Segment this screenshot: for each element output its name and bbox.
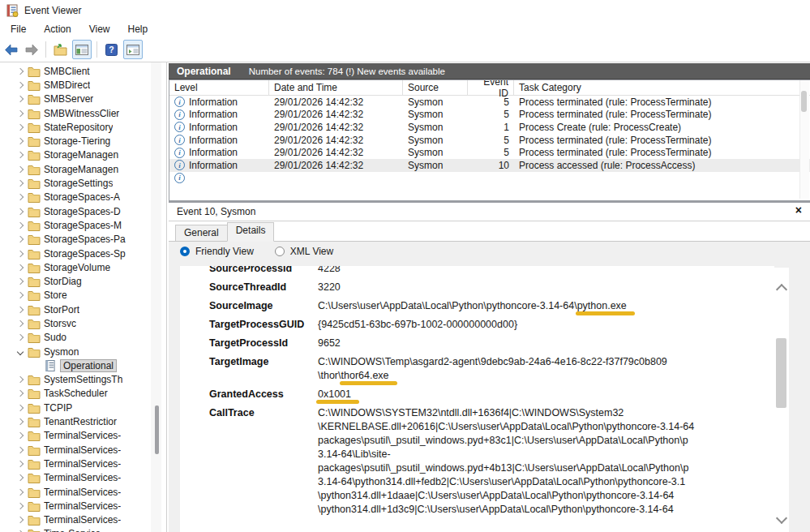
sidebar-item-storagespaces-sp[interactable]: StorageSpaces-Sp <box>0 247 166 260</box>
chevron-right-icon[interactable] <box>15 69 26 74</box>
sidebar-item-smbwitnessclier[interactable]: SMBWitnessClier <box>0 106 166 120</box>
show-console-tree-icon[interactable] <box>72 40 92 59</box>
sidebar-item-terminalservices-[interactable]: TerminalServices- <box>0 429 166 443</box>
sidebar-item-terminalservices-[interactable]: TerminalServices- <box>0 457 166 470</box>
chevron-right-icon[interactable] <box>15 237 26 242</box>
sidebar-item-storage-tiering[interactable]: Storage-Tiering <box>0 134 166 148</box>
chevron-right-icon[interactable] <box>15 223 26 228</box>
sidebar-item-storport[interactable]: StorPort <box>0 302 166 316</box>
chevron-right-icon[interactable] <box>15 111 26 116</box>
sidebar-scrollbar[interactable] <box>151 62 161 532</box>
event-row[interactable]: iInformation29/01/2026 14:42:32Sysmon10P… <box>169 159 810 172</box>
sidebar-item-tcpip[interactable]: TCPIP <box>0 401 166 414</box>
chevron-right-icon[interactable] <box>15 265 26 270</box>
chevron-right-icon[interactable] <box>15 517 26 522</box>
sidebar-item-staterepository[interactable]: StateRepository <box>0 120 166 134</box>
sidebar-item-storagespaces-pa[interactable]: StorageSpaces-Pa <box>0 233 166 247</box>
sidebar-item-sudo[interactable]: Sudo <box>0 331 166 345</box>
sidebar-item-smbdirect[interactable]: SMBDirect <box>0 78 166 92</box>
chevron-right-icon[interactable] <box>15 391 26 396</box>
sidebar-item-terminalservices-[interactable]: TerminalServices- <box>0 485 166 499</box>
sidebar-item-tenantrestrictior[interactable]: TenantRestrictior <box>0 414 166 428</box>
sidebar-item-smbserver[interactable]: SMBServer <box>0 92 166 106</box>
chevron-right-icon[interactable] <box>15 139 26 144</box>
chevron-right-icon[interactable] <box>15 152 26 157</box>
chevron-right-icon[interactable] <box>15 279 26 284</box>
information-icon: i <box>174 148 185 158</box>
chevron-right-icon[interactable] <box>15 321 26 326</box>
sidebar-item-store[interactable]: Store <box>0 289 166 302</box>
sidebar-item-sysmon[interactable]: Sysmon <box>0 345 166 358</box>
yellow-highlight-annotation: thor64.exe <box>341 370 389 381</box>
column-header-category[interactable]: Task Category <box>514 80 810 95</box>
sidebar-item-operational[interactable]: Operational <box>0 358 166 372</box>
sidebar-item-terminalservices-[interactable]: TerminalServices- <box>0 499 166 513</box>
event-row[interactable]: iInformation29/01/2026 14:42:32Sysmon1Pr… <box>169 121 810 134</box>
field-name: CallTrace <box>209 406 318 517</box>
sidebar-item-taskscheduler[interactable]: TaskScheduler <box>0 387 166 401</box>
chevron-down-icon[interactable] <box>15 350 26 354</box>
column-header-datetime[interactable]: Date and Time <box>269 80 403 95</box>
open-saved-log-icon[interactable] <box>51 41 69 58</box>
menu-view[interactable]: View <box>80 22 119 36</box>
sidebar-item-systemsettingsth[interactable]: SystemSettingsTh <box>0 373 166 387</box>
event-row[interactable]: iInformation29/01/2026 14:42:32Sysmon5Pr… <box>169 96 810 109</box>
chevron-right-icon[interactable] <box>15 293 26 298</box>
menu-file[interactable]: File <box>2 22 35 36</box>
chevron-right-icon[interactable] <box>15 490 26 495</box>
chevron-right-icon[interactable] <box>15 419 26 424</box>
close-icon[interactable]: × <box>795 204 802 217</box>
sidebar-scrollbar-thumb[interactable] <box>155 405 159 454</box>
sidebar-item-stordiag[interactable]: StorDiag <box>0 274 166 288</box>
sidebar-item-storagespaces-a[interactable]: StorageSpaces-A <box>0 191 166 204</box>
chevron-right-icon[interactable] <box>15 504 26 508</box>
chevron-right-icon[interactable] <box>15 83 26 88</box>
details-scrollbar-thumb[interactable] <box>776 338 786 408</box>
sidebar-item-smbclient[interactable]: SMBClient <box>0 64 166 78</box>
forward-arrow-icon[interactable] <box>23 41 41 58</box>
sidebar-item-time-service[interactable]: Time-Service <box>0 527 166 532</box>
chevron-right-icon[interactable] <box>15 448 26 453</box>
chevron-right-icon[interactable] <box>15 181 26 186</box>
sidebar-item-terminalservices-[interactable]: TerminalServices- <box>0 443 166 457</box>
chevron-right-icon[interactable] <box>15 377 26 382</box>
friendly-view-radio[interactable]: Friendly View <box>180 246 254 257</box>
chevron-right-icon[interactable] <box>15 97 26 101</box>
sidebar-item-storagevolume[interactable]: StorageVolume <box>0 260 166 274</box>
show-action-pane-icon[interactable] <box>123 40 143 59</box>
column-header-eventid[interactable]: Event ID <box>468 80 514 95</box>
chevron-right-icon[interactable] <box>15 475 26 480</box>
chevron-right-icon[interactable] <box>15 461 26 466</box>
sidebar-item-storagespaces-m[interactable]: StorageSpaces-M <box>0 218 166 232</box>
chevron-right-icon[interactable] <box>15 251 26 256</box>
sidebar-item-storagespaces-d[interactable]: StorageSpaces-D <box>0 204 166 218</box>
event-row[interactable]: iInformation29/01/2026 14:42:32Sysmon5Pr… <box>169 109 810 122</box>
menu-action[interactable]: Action <box>35 22 79 36</box>
event-row[interactable]: iInformation29/01/2026 14:42:32Sysmon5Pr… <box>169 134 810 147</box>
tab-general[interactable]: General <box>175 225 228 242</box>
column-header-source[interactable]: Source <box>403 80 468 95</box>
column-header-level[interactable]: Level <box>169 80 269 95</box>
tab-details[interactable]: Details <box>227 222 275 242</box>
chevron-right-icon[interactable] <box>15 307 26 312</box>
sidebar-item-storagemanagen[interactable]: StorageManagen <box>0 148 166 162</box>
chevron-right-icon[interactable] <box>15 433 26 438</box>
sidebar-item-terminalservices-[interactable]: TerminalServices- <box>0 513 166 527</box>
back-arrow-icon[interactable] <box>2 41 19 58</box>
sidebar-item-terminalservices-[interactable]: TerminalServices- <box>0 471 166 485</box>
event-list-scrollbar-thumb[interactable] <box>801 91 807 112</box>
chevron-right-icon[interactable] <box>15 125 26 130</box>
chevron-right-icon[interactable] <box>15 167 26 172</box>
sidebar-item-storagemanagen[interactable]: StorageManagen <box>0 162 166 176</box>
xml-view-radio[interactable]: XML View <box>275 246 333 257</box>
event-row[interactable]: iInformation29/01/2026 14:42:32Sysmon5Pr… <box>169 146 810 159</box>
sidebar-item-storagesettings[interactable]: StorageSettings <box>0 176 166 190</box>
chevron-right-icon[interactable] <box>15 209 26 214</box>
chevron-right-icon[interactable] <box>15 335 26 340</box>
sidebar-item-storsvc[interactable]: Storsvc <box>0 316 166 330</box>
chevron-right-icon[interactable] <box>15 405 26 410</box>
chevron-right-icon[interactable] <box>15 195 26 200</box>
event-row[interactable]: i <box>169 172 810 185</box>
help-icon[interactable]: ? <box>102 41 120 58</box>
menu-help[interactable]: Help <box>119 22 157 36</box>
